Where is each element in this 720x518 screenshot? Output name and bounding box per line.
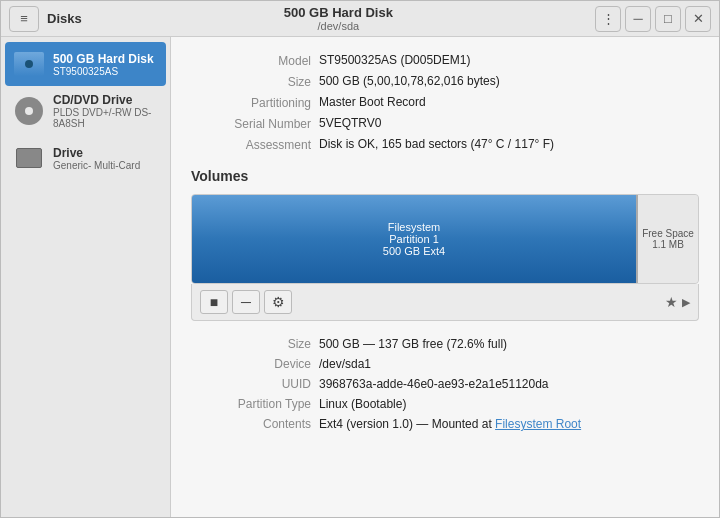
part-size-value: 500 GB — 137 GB free (72.6% full) (319, 337, 699, 351)
stop-icon: ■ (210, 294, 218, 310)
sidebar-item-sub-dvd: PLDS DVD+/-RW DS-8A8SH (53, 107, 158, 129)
partition-info-grid: Size 500 GB — 137 GB free (72.6% full) D… (191, 337, 699, 431)
volume-bar: Filesystem Partition 1 500 GB Ext4 Free … (191, 194, 699, 284)
serial-value: 5VEQTRV0 (319, 116, 699, 131)
star-icon: ★ (665, 294, 678, 310)
part-device-value: /dev/sda1 (319, 357, 699, 371)
serial-label: Serial Number (191, 116, 311, 131)
minimize-icon: ─ (633, 11, 642, 26)
model-value: ST9500325AS (D005DEM1) (319, 53, 699, 68)
sidebar-item-dvd[interactable]: CD/DVD Drive PLDS DVD+/-RW DS-8A8SH (5, 87, 166, 135)
model-label: Model (191, 53, 311, 68)
part-contents-label: Contents (191, 417, 311, 431)
volumes-section: Volumes Filesystem Partition 1 500 GB Ex… (191, 168, 699, 431)
free-space-value: 1.1 MB (652, 239, 684, 250)
window-title: 500 GB Hard Disk (82, 5, 595, 21)
volume-partition-1[interactable]: Filesystem Partition 1 500 GB Ext4 (192, 195, 638, 283)
sidebar-text-hard-disk: 500 GB Hard Disk ST9500325AS (53, 52, 158, 77)
part-contents-value: Ext4 (version 1.0) — Mounted at Filesyst… (319, 417, 699, 431)
sidebar-item-sub-hard-disk: ST9500325AS (53, 66, 158, 77)
partition-line3: 500 GB Ext4 (383, 245, 445, 257)
contents-prefix: Ext4 (version 1.0) — Mounted at (319, 417, 495, 431)
sidebar-item-label-hard-disk: 500 GB Hard Disk (53, 52, 158, 66)
sidebar-item-label-dvd: CD/DVD Drive (53, 93, 158, 107)
close-button[interactable]: ✕ (685, 6, 711, 32)
part-uuid-value: 3968763a-adde-46e0-ae93-e2a1e51120da (319, 377, 699, 391)
window-subtitle: /dev/sda (82, 20, 595, 32)
partition-settings-button[interactable]: ⚙ (264, 290, 292, 314)
free-space-label: Free Space (642, 228, 694, 239)
more-icon: ⋮ (602, 11, 615, 26)
settings-icon: ⚙ (272, 294, 285, 310)
window-controls: ⋮ ─ □ ✕ (595, 6, 711, 32)
part-size-label: Size (191, 337, 311, 351)
arrow-icon: ▶ (682, 296, 690, 309)
disk-info-grid: Model ST9500325AS (D005DEM1) Size 500 GB… (191, 53, 699, 152)
delete-partition-button[interactable]: ─ (232, 290, 260, 314)
partition-line2: Partition 1 (389, 233, 439, 245)
titlebar: ≡ Disks 500 GB Hard Disk /dev/sda ⋮ ─ □ … (1, 1, 719, 37)
sidebar: 500 GB Hard Disk ST9500325AS CD/DVD Driv… (1, 37, 171, 517)
size-value: 500 GB (5,00,10,78,62,016 bytes) (319, 74, 699, 89)
minus-icon: ─ (241, 294, 251, 310)
app-title: Disks (47, 11, 82, 26)
restore-icon: □ (664, 11, 672, 26)
volumes-title: Volumes (191, 168, 699, 184)
hard-disk-icon (13, 48, 45, 80)
menu-icon: ≡ (20, 11, 28, 26)
volume-toolbar: ■ ─ ⚙ ★ ▶ (191, 284, 699, 321)
part-device-label: Device (191, 357, 311, 371)
partition-line1: Filesystem (388, 221, 441, 233)
sidebar-text-dvd: CD/DVD Drive PLDS DVD+/-RW DS-8A8SH (53, 93, 158, 129)
more-button[interactable]: ⋮ (595, 6, 621, 32)
sidebar-item-sub-drive: Generic- Multi-Card (53, 160, 158, 171)
close-icon: ✕ (693, 11, 704, 26)
partitioning-label: Partitioning (191, 95, 311, 110)
assessment-value: Disk is OK, 165 bad sectors (47° C / 117… (319, 137, 699, 152)
volume-free-space: Free Space 1.1 MB (638, 195, 698, 283)
titlebar-center: 500 GB Hard Disk /dev/sda (82, 5, 595, 33)
minimize-button[interactable]: ─ (625, 6, 651, 32)
sidebar-item-drive[interactable]: Drive Generic- Multi-Card (5, 136, 166, 180)
star-icon-container: ★ ▶ (665, 294, 690, 310)
app-window: ≡ Disks 500 GB Hard Disk /dev/sda ⋮ ─ □ … (0, 0, 720, 518)
content-area: 500 GB Hard Disk ST9500325AS CD/DVD Driv… (1, 37, 719, 517)
part-type-label: Partition Type (191, 397, 311, 411)
partitioning-value: Master Boot Record (319, 95, 699, 110)
restore-button[interactable]: □ (655, 6, 681, 32)
sidebar-item-label-drive: Drive (53, 146, 158, 160)
assessment-label: Assessment (191, 137, 311, 152)
sidebar-text-drive: Drive Generic- Multi-Card (53, 146, 158, 171)
part-uuid-label: UUID (191, 377, 311, 391)
stop-volume-button[interactable]: ■ (200, 290, 228, 314)
part-type-value: Linux (Bootable) (319, 397, 699, 411)
main-content: Model ST9500325AS (D005DEM1) Size 500 GB… (171, 37, 719, 517)
dvd-icon (13, 95, 45, 127)
volume-buttons: ■ ─ ⚙ (200, 290, 292, 314)
size-label: Size (191, 74, 311, 89)
card-icon (13, 142, 45, 174)
sidebar-item-hard-disk[interactable]: 500 GB Hard Disk ST9500325AS (5, 42, 166, 86)
filesystem-root-link[interactable]: Filesystem Root (495, 417, 581, 431)
app-menu-button[interactable]: ≡ (9, 6, 39, 32)
